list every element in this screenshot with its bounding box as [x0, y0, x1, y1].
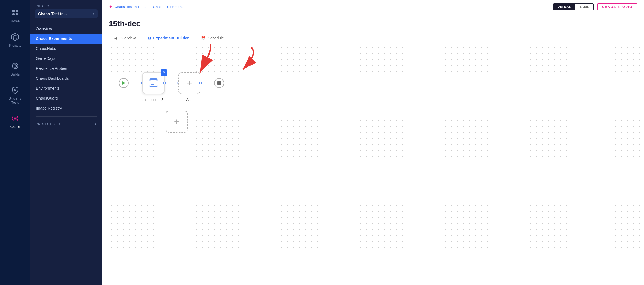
- builder-tab-icon: ⊟: [148, 36, 151, 40]
- sidebar-item-overview[interactable]: Overview: [30, 24, 102, 34]
- sidebar-divider: [36, 116, 97, 117]
- breadcrumb-sep-1: ›: [150, 5, 151, 9]
- overview-tab-icon: ◀: [114, 36, 117, 40]
- svg-marker-10: [122, 81, 125, 85]
- breadcrumb-sep-2: ›: [187, 5, 188, 9]
- home-icon: [10, 8, 20, 18]
- sidebar-item-environments[interactable]: Environments: [30, 83, 102, 93]
- sidebar-item-gamedays[interactable]: GameDays: [30, 54, 102, 63]
- add-node[interactable]: +: [178, 72, 200, 94]
- svg-rect-3: [16, 13, 18, 15]
- add-icon: +: [187, 79, 192, 87]
- breadcrumb-link-project[interactable]: Chaos-Test-in-Prod2: [115, 5, 147, 9]
- chaos-breadcrumb-icon: ✦: [109, 4, 112, 9]
- nav-item-security[interactable]: Security Tests: [3, 82, 28, 108]
- sidebar-label-chaoshubs: ChaosHubs: [36, 46, 56, 51]
- add-node-wrapper: + Add: [178, 72, 200, 94]
- sidebar-label-chaos-experiments: Chaos Experiments: [36, 36, 72, 41]
- svg-rect-2: [12, 13, 15, 15]
- parallel-add-wrapper: +: [166, 111, 188, 133]
- nav-item-builds[interactable]: Builds: [3, 58, 28, 80]
- connector-1: [129, 83, 142, 83]
- connector-dot-2: [163, 82, 166, 84]
- sidebar-item-chaoshubs[interactable]: ChaosHubs: [30, 44, 102, 54]
- pod-delete-node[interactable]: ✕: [142, 72, 165, 94]
- chevron-right-icon: ›: [93, 12, 94, 16]
- tab-schedule-label: Schedule: [208, 36, 224, 40]
- nav-label-chaos: Chaos: [10, 125, 20, 129]
- project-label: Project: [30, 4, 102, 8]
- project-setup-label: PROJECT SETUP: [36, 122, 64, 126]
- sidebar-label-chaos-dashboards: Chaos Dashboards: [36, 76, 69, 81]
- builds-icon: [10, 61, 20, 71]
- chevron-down-icon: ▾: [95, 122, 97, 126]
- nav-item-chaos[interactable]: Chaos: [3, 110, 28, 132]
- nav-label-projects: Projects: [9, 44, 21, 47]
- chaos-studio-badge: CHAOS STUDIO: [597, 3, 637, 10]
- project-name: Chaos-Test-in...: [38, 12, 67, 16]
- tab-builder-label: Experiment Builder: [153, 36, 189, 40]
- chaos-icon: [10, 113, 20, 123]
- nav-item-home[interactable]: Home: [3, 4, 28, 26]
- tab-overview-label: Overview: [120, 36, 136, 40]
- icon-nav: Home Projects Builds Security Te: [0, 0, 30, 285]
- view-toggle-yaml[interactable]: YAML: [575, 4, 593, 10]
- sidebar-label-chaosguard: ChaosGuard: [36, 96, 58, 100]
- connector-dot-4: [199, 82, 202, 84]
- sidebar-label-gamedays: GameDays: [36, 56, 55, 61]
- svg-rect-0: [12, 10, 15, 12]
- sidebar-label-resilience-probes: Resilience Probes: [36, 66, 67, 71]
- page-title: 15th-dec: [109, 19, 637, 28]
- nav-label-home: Home: [11, 19, 20, 23]
- tab-schedule[interactable]: 📅 Schedule: [195, 33, 229, 44]
- add-node-label: Add: [186, 98, 192, 102]
- sidebar-label-overview: Overview: [36, 26, 52, 31]
- sidebar-label-environments: Environments: [36, 86, 60, 90]
- experiment-canvas: ✕ pod-delete-u5u + Add: [102, 44, 644, 285]
- tab-experiment-builder[interactable]: ⊟ Experiment Builder: [142, 33, 194, 44]
- breadcrumb: ✦ Chaos-Test-in-Prod2 › Chaos Experiment…: [109, 4, 188, 9]
- view-toggle-visual[interactable]: VISUAL: [554, 4, 575, 10]
- nav-item-projects[interactable]: Projects: [3, 29, 28, 51]
- svg-rect-1: [16, 10, 18, 12]
- svg-marker-5: [13, 35, 17, 39]
- project-selector[interactable]: Chaos-Test-in... ›: [35, 9, 98, 18]
- node-close-button[interactable]: ✕: [161, 69, 167, 76]
- pod-delete-label: pod-delete-u5u: [141, 98, 165, 102]
- experiment-flow: ✕ pod-delete-u5u + Add: [119, 72, 224, 94]
- sidebar: Project Chaos-Test-in... › Overview Chao…: [30, 0, 102, 285]
- end-node[interactable]: [214, 78, 224, 88]
- start-node[interactable]: [119, 78, 129, 88]
- nav-label-builds: Builds: [11, 73, 20, 76]
- tabs: ◀ Overview › ⊟ Experiment Builder › 📅 Sc…: [109, 33, 637, 44]
- svg-point-8: [15, 65, 16, 66]
- parallel-add-icon: +: [174, 117, 179, 127]
- breadcrumb-link-experiments[interactable]: Chaos Experiments: [153, 5, 184, 9]
- shield-icon: [10, 85, 20, 95]
- sidebar-item-image-registry[interactable]: Image Registry: [30, 103, 102, 113]
- topbar: ✦ Chaos-Test-in-Prod2 › Chaos Experiment…: [102, 0, 644, 14]
- connector-3: [200, 83, 214, 83]
- svg-point-9: [14, 89, 16, 91]
- pod-delete-node-wrapper: ✕ pod-delete-u5u: [142, 72, 165, 94]
- sidebar-item-chaos-dashboards[interactable]: Chaos Dashboards: [30, 73, 102, 83]
- tab-overview[interactable]: ◀ Overview: [109, 33, 141, 44]
- schedule-tab-icon: 📅: [201, 36, 206, 40]
- sidebar-label-image-registry: Image Registry: [36, 106, 62, 110]
- stop-icon: [217, 81, 221, 85]
- topbar-right: VISUAL YAML CHAOS STUDIO: [553, 3, 637, 10]
- sidebar-item-resilience-probes[interactable]: Resilience Probes: [30, 63, 102, 73]
- page-header: 15th-dec ◀ Overview › ⊟ Experiment Build…: [102, 14, 644, 44]
- nav-divider-1: [6, 54, 24, 54]
- parallel-add-node[interactable]: +: [166, 111, 188, 133]
- sidebar-item-chaosguard[interactable]: ChaosGuard: [30, 93, 102, 103]
- connector-2: [165, 83, 178, 83]
- project-setup-header[interactable]: PROJECT SETUP ▾: [30, 120, 102, 128]
- sidebar-item-chaos-experiments[interactable]: Chaos Experiments: [30, 34, 102, 44]
- view-toggle: VISUAL YAML: [553, 3, 594, 10]
- projects-icon: [10, 32, 20, 42]
- main-content: ✦ Chaos-Test-in-Prod2 › Chaos Experiment…: [102, 0, 644, 285]
- nav-label-security: Security Tests: [5, 97, 25, 105]
